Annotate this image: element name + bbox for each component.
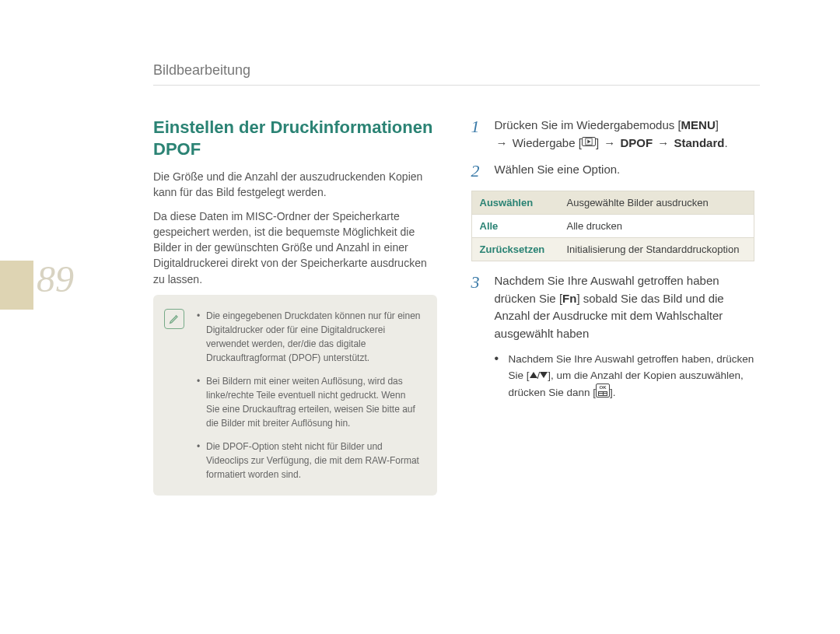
arrow-icon: → bbox=[496, 136, 508, 149]
step-text: Drücken Sie im Wiedergabemodus bbox=[495, 118, 678, 131]
steps-list-2: 3 Nachdem Sie Ihre Auswahl getroffen hab… bbox=[471, 272, 755, 342]
step-1: 1 Drücken Sie im Wiedergabemodus [MENU] … bbox=[471, 117, 755, 152]
option-value: Alle drucken bbox=[559, 215, 754, 238]
note-item: Die eingegebenen Druckdaten können nur f… bbox=[197, 309, 422, 365]
step-number: 1 bbox=[471, 117, 485, 152]
intro-paragraph-1: Die Größe und die Anzahl der auszudrucke… bbox=[153, 169, 437, 201]
step-2: 2 Wählen Sie eine Option. bbox=[471, 161, 755, 181]
sub-text: ]. bbox=[610, 387, 616, 398]
dpof-label: DPOF bbox=[620, 136, 653, 149]
step-number: 3 bbox=[471, 272, 485, 342]
note-box: Die eingegebenen Druckdaten können nur f… bbox=[153, 295, 437, 496]
step-body: Nachdem Sie Ihre Auswahl getroffen haben… bbox=[495, 272, 755, 342]
svg-marker-1 bbox=[587, 139, 590, 143]
options-table: Auswählen Ausgewählte Bilder ausdrucken … bbox=[471, 191, 755, 261]
side-tab bbox=[0, 261, 33, 310]
heading-line-2: DPOF bbox=[153, 139, 201, 159]
option-value: Ausgewählte Bilder ausdrucken bbox=[559, 191, 754, 215]
arrow-icon: → bbox=[604, 136, 615, 149]
triangle-up-icon bbox=[530, 372, 537, 378]
fn-key: Fn bbox=[562, 292, 576, 305]
heading-line-1: Einstellen der Druckinformationen bbox=[153, 117, 432, 137]
section-heading: Einstellen der Druckinformationen DPOF bbox=[153, 117, 437, 159]
option-key: Alle bbox=[471, 215, 559, 238]
step-body: Drücken Sie im Wiedergabemodus [MENU] → … bbox=[495, 117, 728, 152]
table-row: Zurücksetzen Initialisierung der Standar… bbox=[471, 238, 754, 261]
note-item: Die DPOF-Option steht nicht für Bilder u… bbox=[197, 440, 422, 482]
substep: • Nachdem Sie Ihre Auswahl getroffen hab… bbox=[495, 352, 755, 401]
table-row: Alle Alle drucken bbox=[471, 215, 754, 238]
arrow-icon: → bbox=[657, 136, 669, 149]
steps-list: 1 Drücken Sie im Wiedergabemodus [MENU] … bbox=[471, 117, 755, 181]
option-value: Initialisierung der Standarddruckoption bbox=[559, 238, 754, 261]
step-3: 3 Nachdem Sie Ihre Auswahl getroffen hab… bbox=[471, 272, 755, 342]
note-pencil-icon bbox=[164, 309, 184, 329]
breadcrumb: Bildbearbeitung bbox=[153, 62, 760, 86]
note-item: Bei Bildern mit einer weiten Auﬂösung, w… bbox=[197, 374, 422, 430]
note-list: Die eingegebenen Druckdaten können nur f… bbox=[197, 309, 422, 482]
step-text: Wiedergabe bbox=[513, 136, 579, 149]
page-number: 89 bbox=[37, 261, 74, 298]
content-columns: Einstellen der Druckinformationen DPOF D… bbox=[153, 117, 754, 496]
play-icon bbox=[582, 137, 596, 146]
triangle-down-icon bbox=[540, 372, 548, 378]
step-body: Wählen Sie eine Option. bbox=[495, 161, 621, 181]
right-column: 1 Drücken Sie im Wiedergabemodus [MENU] … bbox=[471, 117, 755, 496]
bullet-icon: • bbox=[495, 352, 501, 401]
intro-paragraph-2: Da diese Daten im MISC-Ordner der Speich… bbox=[153, 208, 437, 287]
option-key: Zurücksetzen bbox=[471, 238, 559, 261]
standard-label: Standard bbox=[674, 136, 724, 149]
table-row: Auswählen Ausgewählte Bilder ausdrucken bbox=[471, 191, 754, 215]
option-key: Auswählen bbox=[471, 191, 559, 215]
menu-key: MENU bbox=[681, 118, 716, 131]
left-column: Einstellen der Druckinformationen DPOF D… bbox=[153, 117, 437, 496]
step-number: 2 bbox=[471, 161, 485, 181]
ok-grid-icon: OK bbox=[596, 384, 610, 398]
substep-text: Nachdem Sie Ihre Auswahl getroffen haben… bbox=[509, 352, 755, 401]
